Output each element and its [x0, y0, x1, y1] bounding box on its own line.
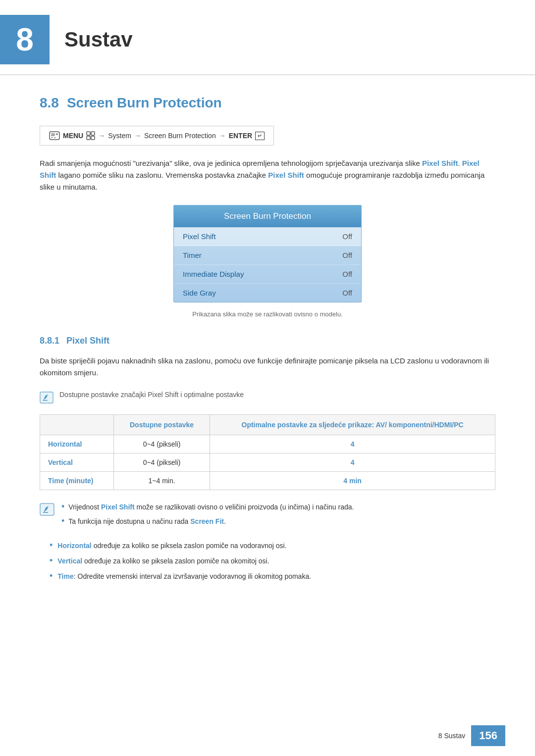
bullet-text-vertical: Vertical određuje za koliko se piksela z… — [57, 556, 269, 566]
menu-path: MENU → System → Screen Burn Protection →… — [40, 126, 274, 146]
table-header-optimalne: Optimalne postavke za sljedeće prikaze: … — [210, 415, 495, 435]
bullet-item-horizontal: • Horizontal određuje za koliko se pikse… — [50, 541, 495, 551]
section-heading: 8.8 Screen Burn Protection — [40, 95, 495, 111]
chapter-header: 8 Sustav — [0, 0, 535, 75]
pixel-shift-label: Pixel Shift — [183, 232, 216, 241]
note-bullet-text-2: Ta funkcija nije dostupna u načinu rada … — [68, 516, 226, 527]
row-vertical-optimal: 4 — [210, 454, 495, 472]
subsection-heading: 8.8.1 Pixel Shift — [40, 336, 495, 346]
arrow2: → — [134, 132, 141, 140]
svg-rect-1 — [51, 133, 55, 136]
side-gray-value: Off — [342, 289, 352, 297]
grid-icon — [86, 131, 95, 140]
note-group: • Vrijednost Pixel Shift može se razliko… — [40, 502, 495, 531]
table-header-empty — [40, 415, 114, 435]
menu-system: System — [108, 132, 131, 140]
screenshot-caption: Prikazana slika može se razlikovati ovis… — [40, 310, 495, 318]
row-horizontal-available: 0~4 (pikseli) — [114, 435, 210, 454]
svg-rect-3 — [51, 137, 53, 138]
bullet-dot-1: • — [61, 502, 64, 512]
note-icon-2 — [40, 503, 54, 516]
side-gray-label: Side Gray — [183, 289, 216, 297]
svg-rect-7 — [87, 136, 90, 140]
bullet-dot-vertical: • — [50, 556, 53, 566]
screenshot-container: Screen Burn Protection Pixel Shift Off T… — [40, 205, 495, 302]
note-text: Dostupne postavke značajki Pixel Shift i… — [59, 391, 244, 399]
menu-icon — [49, 131, 60, 140]
note-group-bullets: • Vrijednost Pixel Shift može se razliko… — [61, 502, 495, 531]
bottom-bullet-list: • Horizontal određuje za koliko se pikse… — [50, 541, 495, 582]
row-label-vertical: Vertical — [40, 454, 114, 472]
note-pencil-icon — [40, 391, 54, 404]
intro-text: Radi smanjenja mogućnosti "urezivanja" s… — [40, 157, 495, 193]
ui-box-item-immediate-display: Immediate Display Off — [174, 265, 361, 284]
row-time-optimal: 4 min — [210, 472, 495, 490]
note-group-icon — [40, 503, 54, 518]
svg-rect-4 — [54, 137, 56, 138]
timer-value: Off — [342, 251, 352, 259]
subsection-description: Da biste spriječili pojavu naknadnih sli… — [40, 355, 495, 379]
row-label-horizontal: Horizontal — [40, 435, 114, 454]
page-footer: 8 Sustav 156 — [438, 725, 505, 746]
table-row-vertical: Vertical 0~4 (pikseli) 4 — [40, 454, 495, 472]
bullet-dot-2: • — [61, 516, 64, 526]
ui-box-item-side-gray: Side Gray Off — [174, 284, 361, 302]
ui-box-title: Screen Burn Protection — [174, 205, 361, 227]
row-time-available: 1~4 min. — [114, 472, 210, 490]
footer-page-number: 156 — [471, 725, 505, 746]
subsection-number: 8.8.1 — [40, 336, 59, 346]
svg-point-2 — [56, 133, 58, 135]
table-header-dostupne: Dostupne postavke — [114, 415, 210, 435]
note-bullet-1: • Vrijednost Pixel Shift može se razliko… — [61, 502, 495, 512]
bullet-text-horizontal: Horizontal određuje za koliko se piksela… — [57, 541, 286, 551]
section-number: 8.8 — [40, 95, 59, 111]
timer-label: Timer — [183, 251, 202, 259]
chapter-number: 8 — [0, 15, 50, 64]
bullet-item-vertical: • Vertical određuje za koliko se piksela… — [50, 556, 495, 566]
footer-chapter-text: 8 Sustav — [438, 732, 465, 740]
menu-screen-burn: Screen Burn Protection — [144, 132, 216, 140]
pixel-shift-note-row: Dostupne postavke značajki Pixel Shift i… — [40, 391, 495, 404]
bullet-text-time: Time: Odredite vremenski interval za izv… — [57, 571, 311, 582]
bullet-item-time: • Time: Odredite vremenski interval za i… — [50, 571, 495, 582]
svg-rect-11 — [40, 504, 54, 515]
pixel-shift-value: Off — [342, 232, 352, 241]
immediate-display-label: Immediate Display — [183, 270, 244, 278]
arrow3: → — [219, 132, 226, 140]
bullet-dot-time: • — [50, 571, 53, 581]
svg-rect-9 — [40, 392, 53, 403]
ui-box-item-timer: Timer Off — [174, 246, 361, 265]
section-title: Screen Burn Protection — [67, 95, 222, 111]
menu-label: MENU — [63, 132, 83, 140]
svg-rect-5 — [87, 132, 90, 135]
note-bullet-text-1: Vrijednost Pixel Shift može se razlikova… — [68, 502, 354, 512]
arrow1: → — [98, 132, 105, 140]
row-horizontal-optimal: 4 — [210, 435, 495, 454]
ui-box-item-pixel-shift: Pixel Shift Off — [174, 227, 361, 246]
ui-box: Screen Burn Protection Pixel Shift Off T… — [173, 205, 362, 302]
row-label-time: Time (minute) — [40, 472, 114, 490]
menu-enter: ENTER — [229, 132, 252, 140]
enter-icon: ↵ — [255, 132, 265, 140]
main-content: 8.8 Screen Burn Protection MENU → System… — [0, 95, 535, 582]
bullet-dot-horizontal: • — [50, 541, 53, 551]
svg-rect-6 — [91, 132, 95, 135]
table-row-time: Time (minute) 1~4 min. 4 min — [40, 472, 495, 490]
immediate-display-value: Off — [342, 270, 352, 278]
pixel-shift-table: Dostupne postavke Optimalne postavke za … — [40, 414, 495, 490]
chapter-title: Sustav — [64, 28, 133, 51]
table-row-horizontal: Horizontal 0~4 (pikseli) 4 — [40, 435, 495, 454]
row-vertical-available: 0~4 (pikseli) — [114, 454, 210, 472]
svg-rect-8 — [91, 136, 95, 140]
subsection-title: Pixel Shift — [66, 336, 109, 346]
note-bullet-2: • Ta funkcija nije dostupna u načinu rad… — [61, 516, 495, 527]
